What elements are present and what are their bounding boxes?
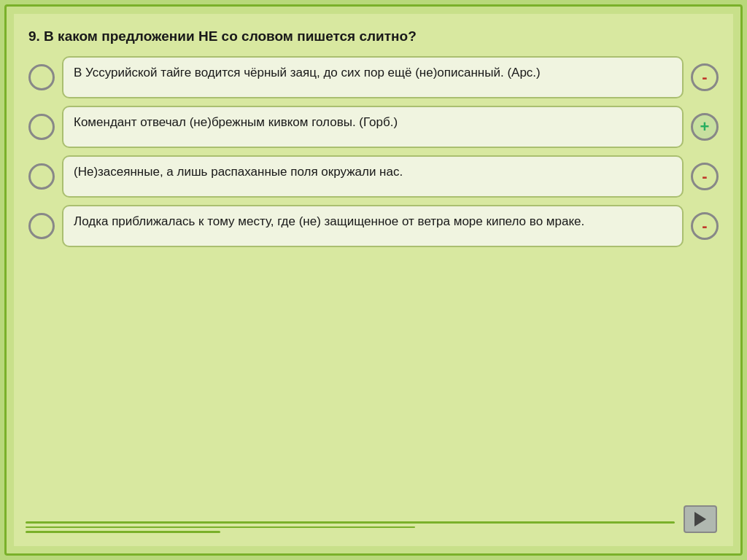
bottom-line-3 xyxy=(26,531,220,533)
answer-row-2: Комендант отвечал (не)брежным кивком гол… xyxy=(28,106,719,148)
answer-box-1[interactable]: В Уссурийской тайге водится чёрный заяц,… xyxy=(62,56,684,98)
answer-box-2[interactable]: Комендант отвечал (не)брежным кивком гол… xyxy=(62,106,684,148)
bottom-line-1 xyxy=(26,521,675,524)
answer-row-1: В Уссурийской тайге водится чёрный заяц,… xyxy=(28,56,719,98)
outer-border: 9. В каком предложении НЕ со словом пише… xyxy=(4,4,743,556)
radio-1[interactable] xyxy=(28,64,55,90)
answer-box-4[interactable]: Лодка приближалась к тому месту, где (не… xyxy=(62,205,684,247)
bottom-lines xyxy=(26,521,675,533)
answer-row-3: (Не)засеянные, а лишь распаханные поля о… xyxy=(28,155,719,198)
radio-4[interactable] xyxy=(28,213,55,239)
next-button[interactable] xyxy=(684,505,717,533)
sign-2: + xyxy=(691,113,719,141)
radio-3[interactable] xyxy=(28,163,55,190)
radio-2[interactable] xyxy=(28,114,55,140)
answer-row-4: Лодка приближалась к тому месту, где (не… xyxy=(28,205,719,247)
bottom-line-2 xyxy=(26,526,415,529)
answer-box-3[interactable]: (Не)засеянные, а лишь распаханные поля о… xyxy=(62,155,684,198)
inner-area: 9. В каком предложении НЕ со словом пише… xyxy=(14,14,733,546)
question-text: 9. В каком предложении НЕ со словом пише… xyxy=(28,27,719,46)
sign-4: - xyxy=(691,212,719,240)
sign-3: - xyxy=(691,163,719,190)
sign-1: - xyxy=(691,63,719,91)
